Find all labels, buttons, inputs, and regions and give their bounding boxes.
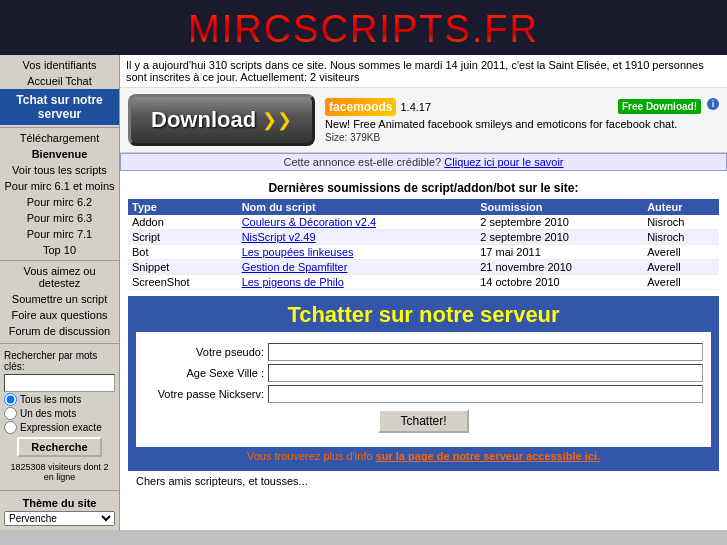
table-row: BotLes poupées linkeuses17 mai 2011Avere…: [128, 245, 719, 260]
chat-link[interactable]: sur la page de notre serveur accessible …: [376, 450, 600, 462]
radio-exact-label: Expression exacte: [20, 422, 102, 433]
sidebar-item-mirc63[interactable]: Pour mirc 6.3: [0, 210, 119, 226]
download-button[interactable]: Download ❯❯: [128, 94, 315, 146]
script-link[interactable]: Les poupées linkeuses: [242, 246, 354, 258]
main-content: Il y a aujourd'hui 310 scripts dans ce s…: [120, 55, 727, 530]
cell-date: 17 mai 2011: [476, 245, 643, 260]
pass-row: Votre passe Nickserv:: [144, 385, 703, 403]
cell-author: Nisroch: [643, 230, 719, 245]
script-link[interactable]: Gestion de Spamfilter: [242, 261, 348, 273]
sidebar-divider-1: [0, 127, 119, 128]
pass-input[interactable]: [268, 385, 703, 403]
sidebar-item-voir-tous[interactable]: Voir tous les scripts: [0, 162, 119, 178]
radio-exact[interactable]: Expression exacte: [4, 421, 115, 434]
script-link[interactable]: NisScript v2.49: [242, 231, 316, 243]
chat-title: Tchatter sur notre serveur: [136, 302, 711, 328]
script-link[interactable]: Couleurs & Décoration v2.4: [242, 216, 377, 228]
radio-tous-label: Tous les mots: [20, 394, 81, 405]
sidebar-item-telechargement[interactable]: Téléchargement: [0, 130, 119, 146]
info-icon[interactable]: i: [707, 98, 719, 110]
tchatter-button[interactable]: Tchatter!: [378, 409, 468, 433]
cell-author: Averell: [643, 260, 719, 275]
theme-section: Thème du site Pervenche: [0, 493, 119, 530]
sidebar-item-accueil[interactable]: Accueil Tchat: [0, 73, 119, 89]
info-bar: Il y a aujourd'hui 310 scripts dans ce s…: [120, 55, 727, 88]
sidebar-item-top10[interactable]: Top 10: [0, 242, 119, 258]
cell-type: Script: [128, 230, 238, 245]
age-input[interactable]: [268, 364, 703, 382]
visitor-count: 1825308 visiteurs dont 2 en ligne: [4, 460, 115, 484]
cell-name: Couleurs & Décoration v2.4: [238, 215, 477, 230]
radio-un-label: Un des mots: [20, 408, 76, 419]
cell-name: Les poupées linkeuses: [238, 245, 477, 260]
sidebar-item-forum[interactable]: Forum de discussion: [0, 323, 119, 339]
search-label: Rechercher par mots clés:: [4, 350, 115, 372]
cell-name: Gestion de Spamfilter: [238, 260, 477, 275]
radio-un[interactable]: Un des mots: [4, 407, 115, 420]
sidebar-item-identifiants[interactable]: Vos identifiants: [0, 57, 119, 73]
announcement-text: Cette annonce est-elle crédible?: [283, 156, 441, 168]
cell-type: ScreenShot: [128, 275, 238, 290]
cell-name: NisScript v2.49: [238, 230, 477, 245]
col-name: Nom du script: [238, 199, 477, 215]
cell-type: Snippet: [128, 260, 238, 275]
announcement-link[interactable]: Cliquez ici pour le savoir: [444, 156, 563, 168]
chat-link-area: Vous trouverez plus d'info sur la page d…: [136, 447, 711, 465]
facemoods-brand: facemoods: [329, 100, 392, 114]
sidebar-item-mirc61[interactable]: Pour mirc 6.1 et moins: [0, 178, 119, 194]
site-title: MIRCSCRIPTS.FR: [188, 8, 539, 51]
sidebar-item-bienvenue[interactable]: Bienvenue: [0, 146, 119, 162]
search-input[interactable]: [4, 374, 115, 392]
sidebar-item-aimez[interactable]: Vous aimez ou detestez: [0, 263, 119, 291]
footer-text: Chers amis scripteurs, et tousses...: [128, 471, 719, 491]
pass-label: Votre passe Nickserv:: [144, 388, 264, 400]
sidebar-item-tchat[interactable]: Tchat sur notre serveur: [0, 89, 119, 125]
age-label: Age Sexe Ville :: [144, 367, 264, 379]
download-arrow-icon: ❯❯: [262, 109, 292, 131]
facemoods-logo: facemoods: [325, 98, 396, 116]
pseudo-label: Votre pseudo:: [144, 346, 264, 358]
cell-type: Addon: [128, 215, 238, 230]
chat-form: Votre pseudo: Age Sexe Ville : Votre pas…: [136, 332, 711, 447]
age-row: Age Sexe Ville :: [144, 364, 703, 382]
cell-author: Nisroch: [643, 215, 719, 230]
sidebar-divider-3: [0, 343, 119, 344]
ad-description: New! Free Animated facebook smileys and …: [325, 118, 701, 130]
sidebar-nav: Vos identifiants Accueil Tchat Tchat sur…: [0, 55, 119, 341]
sidebar-item-foire[interactable]: Foire aux questions: [0, 307, 119, 323]
download-btn-label: Download: [151, 107, 256, 133]
table-row: ScriptNisScript v2.492 septembre 2010Nis…: [128, 230, 719, 245]
content-area: Dernières soumissions de script/addon/bo…: [120, 171, 727, 495]
scripts-tbody: AddonCouleurs & Décoration v2.42 septemb…: [128, 215, 719, 290]
cell-type: Bot: [128, 245, 238, 260]
cell-date: 14 octobre 2010: [476, 275, 643, 290]
free-download-badge: Free Download!: [618, 99, 701, 114]
sidebar-item-soumettre[interactable]: Soumettre un script: [0, 291, 119, 307]
main-layout: Vos identifiants Accueil Tchat Tchat sur…: [0, 55, 727, 530]
theme-label: Thème du site: [4, 497, 115, 509]
search-button[interactable]: Recherche: [17, 437, 101, 457]
table-row: SnippetGestion de Spamfilter21 novembre …: [128, 260, 719, 275]
script-link[interactable]: Les pigeons de Philo: [242, 276, 344, 288]
theme-select[interactable]: Pervenche: [4, 511, 115, 526]
ad-size: Size: 379KB: [325, 132, 701, 143]
table-header-row: Type Nom du script Soumission Auteur: [128, 199, 719, 215]
radio-tous[interactable]: Tous les mots: [4, 393, 115, 406]
sidebar-item-mirc62[interactable]: Pour mirc 6.2: [0, 194, 119, 210]
col-type: Type: [128, 199, 238, 215]
pseudo-input[interactable]: [268, 343, 703, 361]
site-header: MIRCSCRIPTS.FR: [0, 0, 727, 55]
chat-section: Tchatter sur notre serveur Votre pseudo:…: [128, 296, 719, 471]
sidebar-item-mirc71[interactable]: Pour mirc 7.1: [0, 226, 119, 242]
ad-panel: facemoods 1.4.17 Free Download! New! Fre…: [325, 98, 719, 143]
chat-link-prefix: Vous trouverez plus d'info: [247, 450, 373, 462]
col-author: Auteur: [643, 199, 719, 215]
sidebar-divider-4: [0, 490, 119, 491]
info-bar-text: Il y a aujourd'hui 310 scripts dans ce s…: [126, 59, 704, 83]
scripts-table: Type Nom du script Soumission Auteur Add…: [128, 199, 719, 290]
sidebar-divider-2: [0, 260, 119, 261]
cell-date: 2 septembre 2010: [476, 230, 643, 245]
submissions-title: Dernières soumissions de script/addon/bo…: [128, 175, 719, 199]
cell-date: 2 septembre 2010: [476, 215, 643, 230]
ad-version: 1.4.17: [400, 101, 431, 113]
